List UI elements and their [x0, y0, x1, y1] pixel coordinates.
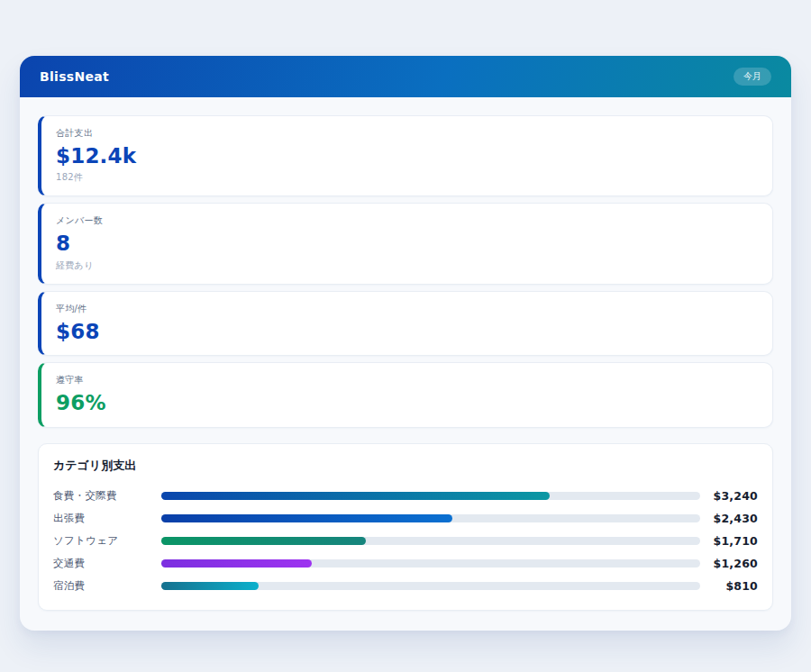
stat-value: $12.4k — [56, 144, 758, 168]
dashboard-content: 合計支出 $12.4k 182件 メンバー数 8 経費あり 平均/件 $68 遵… — [20, 97, 791, 631]
stat-card-total-spend: 合計支出 $12.4k 182件 — [38, 115, 773, 196]
app-header: BlissNeat 今月 — [20, 56, 791, 97]
category-label: 食費・交際費 — [53, 489, 161, 503]
bar-fill — [161, 537, 366, 545]
stat-card-average-per-item: 平均/件 $68 — [38, 291, 773, 356]
stat-label: メンバー数 — [56, 214, 758, 227]
category-row-business-trip: 出張費 $2,430 — [53, 507, 758, 530]
bar-track — [161, 514, 700, 522]
bar-track — [161, 492, 700, 500]
category-row-food-entertainment: 食費・交際費 $3,240 — [53, 485, 758, 507]
stat-label: 平均/件 — [56, 303, 758, 315]
stat-label: 遵守率 — [56, 374, 758, 386]
stat-value: 96% — [56, 391, 758, 414]
category-amount: $3,240 — [700, 489, 758, 503]
bar-track — [161, 582, 700, 590]
category-amount: $1,260 — [700, 557, 758, 570]
category-amount: $2,430 — [700, 512, 758, 525]
category-breakdown-card: カテゴリ別支出 食費・交際費 $3,240 出張費 $2,430 ソフトウェア — [38, 443, 773, 611]
stat-value: $68 — [56, 320, 758, 343]
category-amount: $1,710 — [700, 534, 758, 548]
category-row-accommodation: 宿泊費 $810 — [53, 575, 758, 597]
bar-fill — [161, 582, 259, 590]
stat-subtext: 経費あり — [56, 259, 758, 272]
bar-track — [161, 537, 700, 545]
category-label: ソフトウェア — [53, 534, 161, 548]
app-window: BlissNeat 今月 合計支出 $12.4k 182件 メンバー数 8 経費… — [20, 56, 791, 631]
category-label: 交通費 — [53, 557, 161, 570]
category-label: 宿泊費 — [53, 579, 161, 593]
bar-fill — [161, 514, 452, 522]
app-title: BlissNeat — [40, 69, 109, 84]
stat-subtext: 182件 — [56, 171, 758, 184]
stat-card-compliance-rate: 遵守率 96% — [38, 362, 773, 427]
category-label: 出張費 — [53, 512, 161, 525]
bar-fill — [161, 492, 550, 500]
category-amount: $810 — [700, 579, 758, 593]
bar-fill — [161, 559, 312, 568]
period-badge[interactable]: 今月 — [734, 68, 771, 86]
bar-track — [161, 559, 700, 568]
stat-label: 合計支出 — [56, 127, 758, 140]
stat-card-member-count: メンバー数 8 経費あり — [38, 203, 773, 284]
category-row-software: ソフトウェア $1,710 — [53, 530, 758, 552]
stat-value: 8 — [56, 232, 758, 255]
category-row-transportation: 交通費 $1,260 — [53, 552, 758, 575]
category-section-title: カテゴリ別支出 — [53, 458, 758, 474]
